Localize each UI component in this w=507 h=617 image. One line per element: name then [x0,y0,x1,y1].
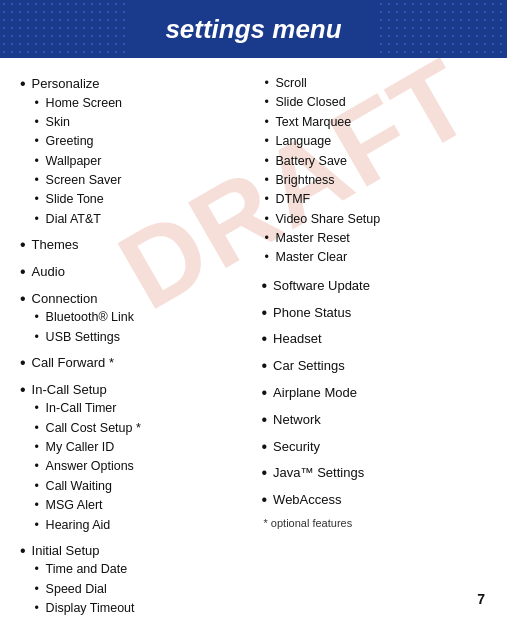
menu-item-label: Security [273,437,320,457]
optional-note: * optional features [262,517,488,529]
bullet: • [262,303,268,324]
menu-item-label: Airplane Mode [273,383,357,403]
menu-item-label: Initial Setup [32,543,100,558]
list-item: Speed Dial [32,580,135,599]
list-item: Wallpaper [32,152,122,171]
list-item: USB Settings [32,328,134,347]
list-item: • Phone Status [262,303,488,324]
menu-item-label: Themes [32,235,79,255]
header-dots-left [0,0,130,58]
menu-item-label: Java™ Settings [273,463,364,483]
menu-item-label: Call Forward * [32,353,114,373]
list-item: Battery Save [262,152,488,171]
personalize-sub-continued: Scroll Slide Closed Text Marquee Languag… [262,74,488,268]
bullet: • [20,262,26,283]
menu-item-label: Car Settings [273,356,345,376]
list-item: • Java™ Settings [262,463,488,484]
list-item: Call Waiting [32,477,141,496]
list-item: Text Marquee [262,113,488,132]
left-column: • Personalize Home Screen Skin Greeting … [20,74,254,617]
bullet: • [262,329,268,350]
right-menu-list: • Software Update • Phone Status • Heads… [262,276,488,511]
list-item: My Caller ID [32,438,141,457]
menu-item-label: Connection [32,291,98,306]
list-item: • Airplane Mode [262,383,488,404]
bullet: • [262,383,268,404]
list-item: Dial AT&T [32,210,122,229]
list-item: • Audio [20,262,246,283]
list-item: Time and Date [32,560,135,579]
bullet: • [20,353,26,374]
right-column: Scroll Slide Closed Text Marquee Languag… [254,74,488,617]
list-item: In-Call Timer [32,399,141,418]
list-item: Master Reset [262,229,488,248]
bullet: • [262,356,268,377]
list-item: Master Clear [262,248,488,267]
list-item: Greeting [32,132,122,151]
menu-item-label: Headset [273,329,321,349]
list-item: • Personalize Home Screen Skin Greeting … [20,74,246,229]
list-item: • WebAccess [262,490,488,511]
menu-item-label: In-Call Setup [32,382,107,397]
sub-menu: Bluetooth® Link USB Settings [32,308,134,347]
main-content: • Personalize Home Screen Skin Greeting … [0,58,507,617]
sub-menu: In-Call Timer Call Cost Setup * My Calle… [32,399,141,535]
list-item: Call Cost Setup * [32,419,141,438]
bullet: • [20,289,26,310]
list-item: • Connection Bluetooth® Link USB Setting… [20,289,246,347]
menu-item-label: Software Update [273,276,370,296]
list-item: Skin [32,113,122,132]
menu-item-label: Network [273,410,321,430]
list-item: • Software Update [262,276,488,297]
bullet: • [262,463,268,484]
list-item: Bluetooth® Link [32,308,134,327]
list-item: Video Share Setup [262,210,488,229]
list-item: MSG Alert [32,496,141,515]
list-item: Hearing Aid [32,516,141,535]
bullet: • [262,410,268,431]
list-item: DTMF [262,190,488,209]
bullet: • [20,380,26,401]
sub-menu: Time and Date Speed Dial Display Timeout… [32,560,135,617]
bullet: • [20,235,26,256]
list-item: Screen Saver [32,171,122,190]
list-item: Answer Options [32,457,141,476]
list-item: • In-Call Setup In-Call Timer Call Cost … [20,380,246,535]
list-item: Slide Tone [32,190,122,209]
list-item: Display Timeout [32,599,135,617]
list-item: Home Screen [32,94,122,113]
list-item: • Themes [20,235,246,256]
list-item: • Headset [262,329,488,350]
bullet: • [262,276,268,297]
bullet: • [262,437,268,458]
menu-item-label: Phone Status [273,303,351,323]
list-item: • Car Settings [262,356,488,377]
bullet: • [262,490,268,511]
list-item: • Network [262,410,488,431]
page-title: settings menu [165,14,341,45]
menu-item-label: Audio [32,262,65,282]
list-item: Brightness [262,171,488,190]
menu-item-label: WebAccess [273,490,341,510]
bullet: • [20,74,26,95]
list-item: Slide Closed [262,93,488,112]
header-banner: settings menu [0,0,507,58]
bullet: • [20,541,26,562]
menu-item-label: Personalize [32,76,100,91]
list-item: Language [262,132,488,151]
left-menu-list: • Personalize Home Screen Skin Greeting … [20,74,246,617]
list-item: • Security [262,437,488,458]
header-dots-right [377,0,507,58]
list-item: • Initial Setup Time and Date Speed Dial… [20,541,246,617]
list-item: Scroll [262,74,488,93]
sub-menu: Home Screen Skin Greeting Wallpaper Scre… [32,94,122,230]
list-item: • Call Forward * [20,353,246,374]
